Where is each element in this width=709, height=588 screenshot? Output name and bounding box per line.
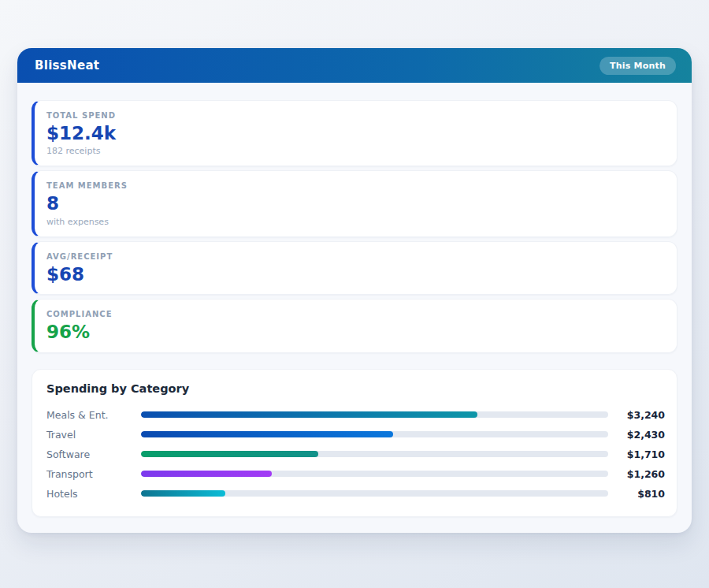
stat-card-total-spend: TOTAL SPEND $12.4k 182 receipts bbox=[32, 100, 677, 166]
bar-fill-travel bbox=[141, 431, 393, 437]
stat-card-avg-receipt: AVG/RECEIPT $68 bbox=[32, 241, 677, 295]
stat-value: 96% bbox=[46, 322, 663, 342]
app-header: BlissNeat This Month bbox=[17, 48, 692, 83]
bar-track bbox=[141, 451, 608, 457]
bar-track bbox=[141, 411, 608, 418]
value-label: $1,260 bbox=[608, 468, 665, 480]
value-label: $810 bbox=[608, 488, 665, 500]
chart-row-transport: Transport $1,260 bbox=[46, 464, 665, 484]
bar-track bbox=[141, 471, 608, 477]
chart-title: Spending by Category bbox=[46, 382, 665, 395]
value-label: $1,710 bbox=[608, 448, 665, 460]
chart-row-meals: Meals & Ent. $3,240 bbox=[46, 405, 665, 425]
stat-value: $68 bbox=[46, 264, 663, 285]
category-label: Transport bbox=[46, 468, 141, 480]
dashboard-panel: BlissNeat This Month TOTAL SPEND $12.4k … bbox=[17, 48, 692, 533]
value-label: $2,430 bbox=[608, 429, 665, 441]
stat-value: $12.4k bbox=[46, 123, 663, 143]
period-badge[interactable]: This Month bbox=[599, 57, 676, 75]
stat-card-team-members: TEAM MEMBERS 8 with expenses bbox=[32, 170, 677, 236]
chart-row-software: Software $1,710 bbox=[46, 445, 665, 464]
stat-subtitle: with expenses bbox=[46, 217, 663, 227]
spending-by-category-chart: Spending by Category Meals & Ent. $3,240… bbox=[32, 369, 677, 517]
bar-fill-software bbox=[141, 451, 318, 457]
dashboard-content: TOTAL SPEND $12.4k 182 receipts TEAM MEM… bbox=[17, 83, 692, 533]
category-label: Hotels bbox=[46, 488, 141, 500]
category-label: Travel bbox=[46, 429, 141, 441]
stat-label: TOTAL SPEND bbox=[46, 111, 663, 120]
stat-label: AVG/RECEIPT bbox=[46, 252, 663, 261]
bar-track bbox=[141, 490, 608, 497]
chart-row-travel: Travel $2,430 bbox=[46, 425, 665, 445]
stat-label: COMPLIANCE bbox=[46, 310, 663, 318]
category-label: Software bbox=[46, 448, 141, 460]
bar-fill-meals bbox=[141, 411, 477, 418]
value-label: $3,240 bbox=[608, 409, 665, 421]
stat-subtitle: 182 receipts bbox=[46, 146, 663, 156]
bar-fill-hotels bbox=[141, 490, 225, 497]
bar-fill-transport bbox=[141, 471, 272, 477]
app-title: BlissNeat bbox=[35, 58, 99, 73]
stat-card-compliance: COMPLIANCE 96% bbox=[32, 299, 677, 352]
stat-value: 8 bbox=[46, 193, 663, 214]
bar-track bbox=[141, 431, 608, 437]
stat-label: TEAM MEMBERS bbox=[46, 181, 663, 190]
chart-row-hotels: Hotels $810 bbox=[46, 484, 665, 504]
category-label: Meals & Ent. bbox=[46, 409, 141, 421]
